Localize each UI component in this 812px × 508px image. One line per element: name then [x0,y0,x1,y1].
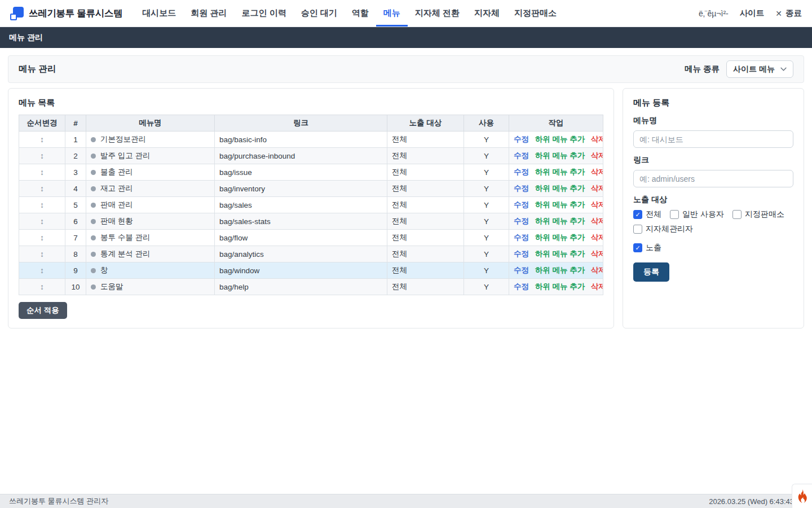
edit-link[interactable]: 수정 [514,168,529,176]
codeigniter-flame-icon [797,489,807,503]
menu-target: 전체 [387,164,464,181]
drag-handle-icon[interactable]: ↕ [40,217,44,226]
menu-name: 통계 분석 관리 [100,249,151,258]
drag-handle-icon[interactable]: ↕ [40,249,44,259]
bullet-dot-icon [91,219,96,224]
edit-link[interactable]: 수정 [514,184,529,192]
add-submenu-link[interactable]: 하위 메뉴 추가 [535,266,585,274]
nav-item-label: 메뉴 [383,8,400,19]
nav-item[interactable]: 승인 대기 [294,0,345,27]
close-icon: ✕ [775,9,782,18]
target-checkbox-group: 전체 일반 사용자 지정판매소 지자체관리자 [633,209,793,234]
menu-table-body: ↕ 1 기본정보관리 bag/basic-info 전체 Y 수정 하위 메뉴 … [19,132,603,295]
col-number: # [65,115,86,132]
delete-link[interactable]: 삭제 [591,200,603,209]
user-name-label: ë‚¨êµ¬ì²- [699,9,729,18]
menu-target: 전체 [387,148,464,164]
bullet-dot-icon [91,186,96,191]
edit-link[interactable]: 수정 [514,249,529,258]
bullet-dot-icon [91,284,96,290]
drag-handle-icon[interactable]: ↕ [40,266,44,275]
add-submenu-link[interactable]: 하위 메뉴 추가 [535,233,585,242]
debug-toolbar-button[interactable] [792,484,812,508]
nav-item[interactable]: 역할 [345,0,376,27]
checkbox-icon[interactable] [670,210,679,219]
add-submenu-link[interactable]: 하위 메뉴 추가 [535,184,585,192]
add-submenu-link[interactable]: 하위 메뉴 추가 [535,217,585,225]
checkbox-icon[interactable] [633,225,642,234]
menu-list-title: 메뉴 목록 [19,98,603,108]
drag-handle-icon[interactable]: ↕ [40,282,44,291]
checkbox-icon[interactable] [732,210,742,219]
nav-item[interactable]: 회원 관리 [183,0,234,27]
menu-link: bag/purchase-inbound [215,148,387,164]
add-submenu-link[interactable]: 하위 메뉴 추가 [535,151,585,160]
edit-link[interactable]: 수정 [514,200,529,209]
menu-link: bag/window [215,262,387,279]
checkbox-icon[interactable] [633,210,642,219]
nav-item[interactable]: 로그인 이력 [234,0,293,27]
add-submenu-link[interactable]: 하위 메뉴 추가 [535,200,585,209]
edit-link[interactable]: 수정 [514,135,529,143]
delete-link[interactable]: 삭제 [591,282,603,291]
nav-item[interactable]: 메뉴 [376,0,408,27]
menu-use: Y [464,230,509,246]
add-submenu-link[interactable]: 하위 메뉴 추가 [535,282,585,291]
nav-item[interactable]: 대시보드 [135,0,183,27]
target-checkbox[interactable]: 지정판매소 [732,209,784,220]
edit-link[interactable]: 수정 [514,233,529,242]
drag-handle-icon[interactable]: ↕ [40,151,44,160]
top-navigation-bar: 쓰레기봉투 물류시스템 대시보드 회원 관리 로그인 이력 승인 대기 역할 메… [0,0,812,27]
add-submenu-link[interactable]: 하위 메뉴 추가 [535,249,585,258]
edit-link[interactable]: 수정 [514,266,529,274]
delete-link[interactable]: 삭제 [591,266,603,274]
drag-handle-icon[interactable]: ↕ [40,135,44,144]
delete-link[interactable]: 삭제 [591,135,603,143]
menu-target: 전체 [387,262,464,279]
table-row: ↕ 9 창 bag/window 전체 Y 수정 하위 메뉴 추가 삭제 [19,262,603,279]
main-nav: 대시보드 회원 관리 로그인 이력 승인 대기 역할 메뉴 지자체 전환 지자 [135,0,564,27]
menu-type-label: 메뉴 종류 [685,64,720,75]
add-submenu-link[interactable]: 하위 메뉴 추가 [535,168,585,176]
menu-use: Y [464,262,509,279]
drag-handle-icon[interactable]: ↕ [40,200,44,209]
register-button[interactable]: 등록 [633,262,669,282]
delete-link[interactable]: 삭제 [591,168,603,176]
delete-link[interactable]: 삭제 [591,184,603,192]
drag-handle-icon[interactable]: ↕ [40,168,44,177]
menu-use: Y [464,213,509,230]
target-group-label: 노출 대상 [633,195,793,205]
nav-item[interactable]: 지정판매소 [507,0,564,27]
menu-use: Y [464,148,509,164]
table-row: ↕ 5 판매 관리 bag/sales 전체 Y 수정 하위 메뉴 추가 삭제 [19,197,603,213]
delete-link[interactable]: 삭제 [591,217,603,225]
menu-type-select[interactable]: 사이트 메뉴 [726,60,793,78]
menu-link-input[interactable] [633,170,793,187]
menu-name: 판매 현황 [100,217,133,225]
nav-item[interactable]: 지자체 전환 [408,0,467,27]
drag-handle-icon[interactable]: ↕ [40,233,44,242]
checkbox-label: 전체 [646,209,661,220]
target-checkbox[interactable]: 일반 사용자 [670,209,724,220]
delete-link[interactable]: 삭제 [591,249,603,258]
apply-order-button[interactable]: 순서 적용 [19,302,67,319]
delete-link[interactable]: 삭제 [591,151,603,160]
target-checkbox[interactable]: 지자체관리자 [633,224,693,234]
menu-target: 전체 [387,246,464,262]
checkbox-icon[interactable] [633,243,642,252]
logout-button[interactable]: ✕ 종료 [775,8,802,19]
delete-link[interactable]: 삭제 [591,233,603,242]
target-checkbox[interactable]: 전체 [633,209,661,220]
drag-handle-icon[interactable]: ↕ [40,184,44,193]
site-link[interactable]: 사이트 [740,8,765,19]
checkbox-label: 일반 사용자 [682,209,724,220]
menu-target: 전체 [387,181,464,197]
edit-link[interactable]: 수정 [514,151,529,160]
nav-item[interactable]: 지자체 [467,0,507,27]
add-submenu-link[interactable]: 하위 메뉴 추가 [535,135,585,143]
edit-link[interactable]: 수정 [514,217,529,225]
bullet-dot-icon [91,203,96,208]
visible-checkbox[interactable]: 노출 [633,243,661,253]
edit-link[interactable]: 수정 [514,282,529,291]
menu-name-input[interactable] [633,130,793,148]
